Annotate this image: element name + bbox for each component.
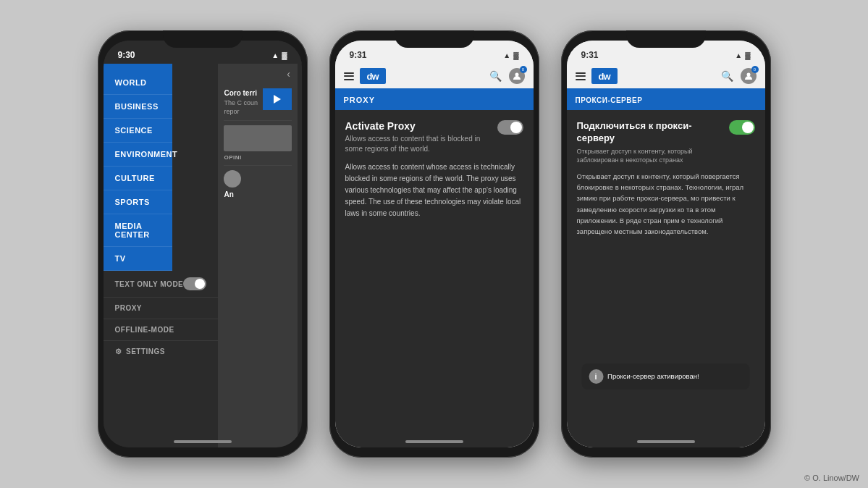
hamburger-icon-3[interactable] <box>576 72 586 80</box>
wifi-icon-2: ▲ <box>503 51 510 59</box>
activate-row-ru: Подключиться к прокси-серверу Открывает … <box>577 120 755 165</box>
divider-2 <box>224 165 292 166</box>
dw-logo-3: dw <box>591 68 618 84</box>
sidebar-item-science[interactable]: SCIENCE <box>104 119 172 143</box>
phone1-content: WORLD BUSINESS SCIENCE ENVIRONMENT CULTU… <box>104 64 302 447</box>
proxy-label: PROXY <box>115 304 143 312</box>
gear-icon: ⚙ <box>115 348 122 356</box>
sidebar-item-media-center[interactable]: MEDIA CENTER <box>104 214 172 247</box>
sidebar-blue: WORLD BUSINESS SCIENCE ENVIRONMENT CULTU… <box>104 64 172 271</box>
right-peek-content: Coro terri The C coun repor OPINI An <box>218 81 298 206</box>
hamburger-line-3-3 <box>576 79 586 80</box>
hamburger-line-3 <box>344 79 354 80</box>
text-only-mode-label: TEXT ONLY MODE <box>115 280 184 288</box>
settings-item[interactable]: ⚙ SETTINGS <box>104 341 219 362</box>
hamburger-line-1-3 <box>576 72 586 74</box>
activate-proxy-toggle-ru[interactable] <box>729 120 755 135</box>
screen-3: 9:31 ▲ ▓ dw 🔍 <box>567 41 765 447</box>
search-icon-2[interactable]: 🔍 <box>489 70 502 82</box>
dw-header-left-3: dw <box>576 68 618 84</box>
dw-header-3: dw 🔍 0 <box>567 64 765 88</box>
home-indicator-2 <box>405 440 463 443</box>
battery-icon-2: ▓ <box>513 51 518 59</box>
hamburger-line-2 <box>344 75 354 77</box>
status-time-1: 9:30 <box>118 50 135 60</box>
sidebar-item-culture[interactable]: CULTURE <box>104 167 172 190</box>
avatar-news <box>224 170 241 188</box>
news-item-1-text: Coro terri The C coun repor <box>224 88 292 116</box>
user-icon-wrap-3: 0 <box>741 68 757 84</box>
activate-proxy-toggle-2[interactable] <box>497 120 523 135</box>
video-thumb-1 <box>263 88 292 110</box>
svg-point-0 <box>515 73 518 77</box>
text-only-mode-toggle[interactable] <box>183 277 206 290</box>
play-icon <box>274 95 281 104</box>
news-item-1: Coro terri The C coun repor <box>224 88 292 116</box>
sidebar-wrapper: WORLD BUSINESS SCIENCE ENVIRONMENT CULTU… <box>104 64 219 447</box>
status-time-3: 9:31 <box>581 50 599 60</box>
info-icon: i <box>589 369 603 384</box>
battery-icon-3: ▓ <box>745 51 750 59</box>
copyright-notice: © O. Linow/DW <box>804 474 859 482</box>
sidebar-item-environment[interactable]: ENVIRONMENT <box>104 143 172 167</box>
proxy-description-ru: Открывает доступ к контенту, который пов… <box>577 171 755 237</box>
home-indicator-3 <box>637 440 695 443</box>
right-peek: ‹ Coro terri The C coun repor <box>218 64 298 447</box>
news-item-3: An <box>224 170 292 199</box>
info-icon-text: i <box>595 372 597 381</box>
sidebar-item-world[interactable]: WORLD <box>104 71 172 95</box>
dw-logo-text-3: dw <box>598 71 610 82</box>
dw-header-right-2: 🔍 0 <box>489 68 525 84</box>
status-time-2: 9:31 <box>350 50 367 60</box>
notch-3 <box>626 30 706 48</box>
hamburger-icon-2[interactable] <box>344 72 354 80</box>
dw-logo-text-2: dw <box>366 71 378 82</box>
search-icon-3[interactable]: 🔍 <box>721 70 733 82</box>
activate-proxy-subtitle-ru: Открывает доступ к контенту, который заб… <box>577 147 723 165</box>
dw-header-right-3: 🔍 0 <box>721 68 757 84</box>
activate-proxy-title-ru: Подключиться к прокси-серверу <box>577 120 723 145</box>
proxy-content-ru: Подключиться к прокси-серверу Открывает … <box>567 110 765 447</box>
proxy-tab-text-2: PROXY <box>344 96 376 104</box>
screen-2: 9:31 ▲ ▓ dw 🔍 <box>335 41 534 447</box>
screen-1: 9:30 ▲ ▓ WORLD BUSINESS SCIENCE ENVIRONM… <box>104 41 302 447</box>
home-indicator-1 <box>174 440 232 443</box>
sidebar-bottom: TEXT ONLY MODE PROXY OFFLINE-MODE ⚙ SETT… <box>104 271 219 447</box>
notch-1 <box>163 30 243 48</box>
sidebar-item-business[interactable]: BUSINESS <box>104 95 172 119</box>
activate-row-2: Activate Proxy Allows access to content … <box>345 120 523 154</box>
sidebar-item-tv[interactable]: TV <box>104 247 172 271</box>
text-only-mode-item[interactable]: TEXT ONLY MODE <box>104 271 219 298</box>
back-button[interactable]: ‹ <box>287 68 290 80</box>
activate-text-ru: Подключиться к прокси-серверу Открывает … <box>577 120 723 165</box>
phone-2: 9:31 ▲ ▓ dw 🔍 <box>329 30 539 458</box>
dw-logo-2: dw <box>360 68 386 84</box>
wifi-icon-3: ▲ <box>735 51 742 59</box>
phone-1: 9:30 ▲ ▓ WORLD BUSINESS SCIENCE ENVIRONM… <box>98 30 308 458</box>
dw-header-left-2: dw <box>344 68 386 84</box>
proxy-description-2: Allows access to content whose access is… <box>345 161 523 219</box>
offline-mode-item[interactable]: OFFLINE-MODE <box>104 319 219 341</box>
svg-point-1 <box>746 73 750 77</box>
notch-2 <box>395 30 474 48</box>
news-thumb-2 <box>224 125 292 151</box>
opinion-label: OPINI <box>224 154 292 161</box>
news-item-2: OPINI <box>224 125 292 161</box>
divider-1 <box>224 120 292 121</box>
tooltip-text: Прокси-сервер активирован! <box>607 372 699 381</box>
status-icons-3: ▲ ▓ <box>735 51 750 59</box>
sidebar-item-sports[interactable]: SPORTS <box>104 190 172 214</box>
activate-proxy-title-2: Activate Proxy <box>345 120 492 132</box>
status-icons-2: ▲ ▓ <box>503 51 518 59</box>
user-icon-wrap-2: 0 <box>509 68 525 84</box>
proxy-tab-text-ru: ПРОКСИ-СЕРВЕР <box>576 96 643 104</box>
proxy-tab-2: PROXY <box>335 88 534 110</box>
hamburger-line-2-3 <box>576 75 586 77</box>
proxy-item[interactable]: PROXY <box>104 298 219 319</box>
phone-3: 9:31 ▲ ▓ dw 🔍 <box>561 30 771 458</box>
user-badge-2: 0 <box>520 66 527 73</box>
settings-label: SETTINGS <box>126 348 165 356</box>
activate-proxy-subtitle-2: Allows access to content that is blocked… <box>345 134 492 154</box>
news-title-3: An <box>224 190 292 199</box>
hamburger-line-1 <box>344 72 354 74</box>
